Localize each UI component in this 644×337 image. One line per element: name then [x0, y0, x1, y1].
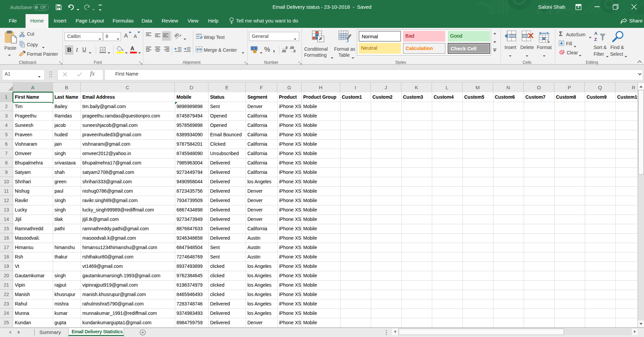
- svg-text:A: A: [594, 31, 598, 36]
- svg-text:ab: ab: [174, 32, 180, 39]
- svg-text:Z: Z: [594, 37, 597, 42]
